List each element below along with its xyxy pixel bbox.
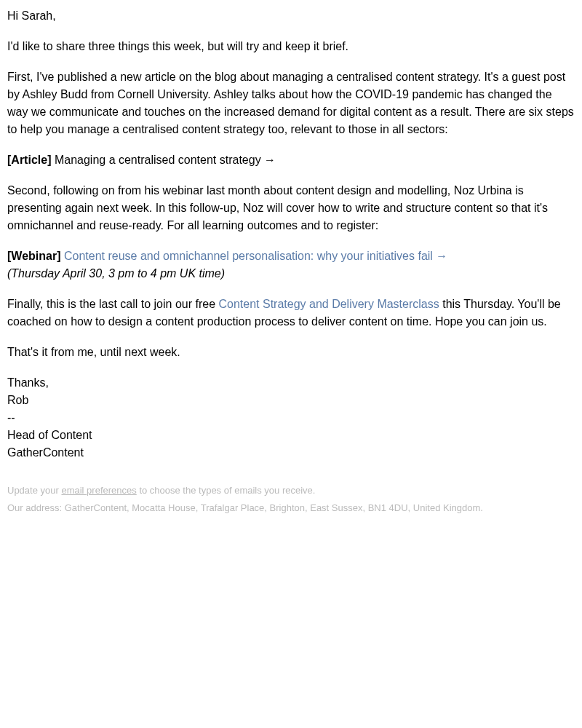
paragraph-article: First, I've published a new article on t… — [7, 68, 575, 138]
signature-company: GatherContent — [7, 444, 575, 462]
footer-address: Our address: GatherContent, Mocatta Hous… — [7, 501, 575, 515]
intro-paragraph: I'd like to share three things this week… — [7, 38, 575, 55]
signature-block: Thanks, Rob -- Head of Content GatherCon… — [7, 374, 575, 462]
paragraph-webinar: Second, following on from his webinar la… — [7, 182, 575, 234]
webinar-line: [Webinar] Content reuse and omnichannel … — [7, 248, 575, 282]
footer-prefs-post: to choose the types of emails you receiv… — [137, 485, 316, 496]
webinar-label: [Webinar] — [7, 250, 60, 262]
masterclass-pre: Finally, this is the last call to join o… — [7, 298, 219, 310]
greeting: Hi Sarah, — [7, 7, 575, 25]
article-title: Managing a centralised content strategy … — [55, 154, 276, 166]
signature-thanks: Thanks, — [7, 374, 575, 392]
email-footer: Update your email preferences to choose … — [7, 483, 575, 515]
signature-name: Rob — [7, 392, 575, 409]
masterclass-link[interactable]: Content Strategy and Delivery Masterclas… — [219, 298, 439, 310]
closing-paragraph: That's it from me, until next week. — [7, 344, 575, 361]
paragraph-masterclass: Finally, this is the last call to join o… — [7, 296, 575, 331]
signature-divider: -- — [7, 409, 575, 427]
webinar-link[interactable]: Content reuse and omnichannel personalis… — [64, 250, 447, 262]
signature-title: Head of Content — [7, 427, 575, 444]
webinar-time: (Thursday April 30, 3 pm to 4 pm UK time… — [7, 267, 225, 280]
email-preferences-link[interactable]: email preferences — [61, 485, 136, 496]
article-line: [Article] Managing a centralised content… — [7, 151, 575, 169]
footer-prefs-pre: Update your — [7, 485, 61, 496]
article-label: [Article] — [7, 154, 51, 166]
footer-preferences-line: Update your email preferences to choose … — [7, 483, 575, 498]
